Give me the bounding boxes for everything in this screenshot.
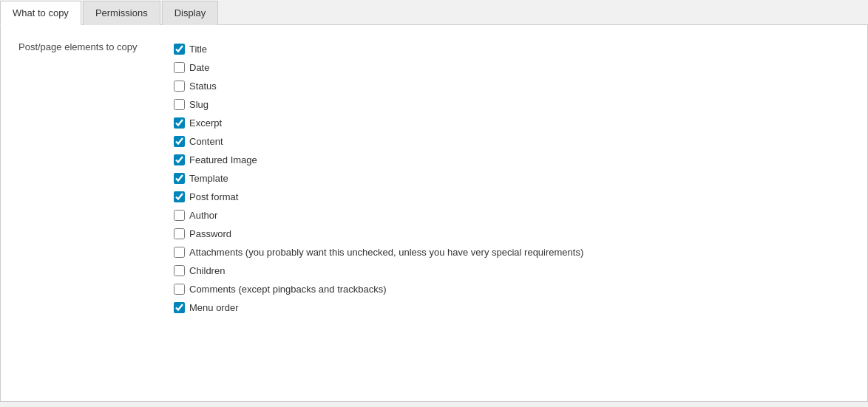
checkbox-cb-slug[interactable]	[174, 99, 185, 110]
checkbox-label-cb-excerpt[interactable]: Excerpt	[189, 117, 222, 129]
tab-what-to-copy[interactable]: What to copy	[0, 1, 81, 25]
checkbox-item-cb-comments: Comments (except pingbacks and trackback…	[174, 280, 583, 298]
checkbox-label-cb-date[interactable]: Date	[189, 62, 209, 73]
field-label-elements: Post/page elements to copy	[18, 40, 174, 52]
tab-content-what-to-copy: Post/page elements to copy TitleDateStat…	[0, 25, 868, 402]
checkbox-label-cb-password[interactable]: Password	[189, 228, 231, 239]
checkbox-label-cb-title[interactable]: Title	[189, 44, 207, 55]
checkbox-cb-menu-order[interactable]	[174, 302, 185, 313]
checkbox-cb-post-format[interactable]	[174, 191, 185, 202]
checkbox-label-cb-menu-order[interactable]: Menu order	[189, 302, 238, 313]
checkbox-cb-password[interactable]	[174, 228, 185, 239]
checkbox-item-cb-status: Status	[174, 77, 583, 95]
page-container: What to copy Permissions Display Post/pa…	[0, 0, 868, 407]
checkbox-item-cb-author: Author	[174, 206, 583, 225]
tab-display[interactable]: Display	[162, 1, 219, 25]
checkbox-item-cb-attachments: Attachments (you probably want this unch…	[174, 243, 583, 261]
checkbox-cb-excerpt[interactable]	[174, 117, 185, 129]
checkbox-list: TitleDateStatusSlugExcerptContentFeature…	[174, 40, 583, 317]
checkbox-item-cb-featured-image: Featured Image	[174, 151, 583, 169]
checkbox-cb-featured-image[interactable]	[174, 154, 185, 165]
form-row-elements: Post/page elements to copy TitleDateStat…	[18, 40, 850, 317]
checkbox-label-cb-status[interactable]: Status	[189, 81, 217, 92]
checkbox-cb-children[interactable]	[174, 265, 185, 276]
checkbox-item-cb-post-format: Post format	[174, 188, 583, 206]
checkbox-cb-attachments[interactable]	[174, 247, 185, 258]
checkbox-label-cb-attachments[interactable]: Attachments (you probably want this unch…	[189, 247, 583, 258]
checkbox-item-cb-content: Content	[174, 132, 583, 151]
checkbox-label-cb-content[interactable]: Content	[189, 136, 223, 147]
checkbox-label-cb-slug[interactable]: Slug	[189, 99, 208, 110]
checkbox-label-cb-comments[interactable]: Comments (except pingbacks and trackback…	[189, 284, 387, 295]
checkbox-cb-status[interactable]	[174, 81, 185, 92]
checkbox-item-cb-menu-order: Menu order	[174, 298, 583, 317]
checkbox-cb-content[interactable]	[174, 136, 185, 147]
checkbox-item-cb-children: Children	[174, 261, 583, 280]
checkbox-item-cb-slug: Slug	[174, 95, 583, 114]
checkbox-cb-template[interactable]	[174, 173, 185, 184]
checkbox-item-cb-password: Password	[174, 225, 583, 243]
checkbox-item-cb-template: Template	[174, 169, 583, 188]
checkbox-label-cb-post-format[interactable]: Post format	[189, 191, 238, 202]
tab-bar: What to copy Permissions Display	[0, 0, 868, 25]
checkbox-label-cb-children[interactable]: Children	[189, 265, 225, 276]
checkbox-item-cb-title: Title	[174, 40, 583, 58]
checkbox-cb-comments[interactable]	[174, 284, 185, 295]
checkbox-item-cb-date: Date	[174, 58, 583, 77]
checkbox-label-cb-author[interactable]: Author	[189, 210, 217, 221]
checkbox-item-cb-excerpt: Excerpt	[174, 114, 583, 132]
tab-permissions[interactable]: Permissions	[83, 1, 160, 25]
checkbox-label-cb-template[interactable]: Template	[189, 173, 228, 184]
checkbox-cb-title[interactable]	[174, 44, 185, 55]
checkbox-label-cb-featured-image[interactable]: Featured Image	[189, 154, 257, 165]
checkbox-cb-date[interactable]	[174, 62, 185, 73]
checkbox-cb-author[interactable]	[174, 210, 185, 221]
